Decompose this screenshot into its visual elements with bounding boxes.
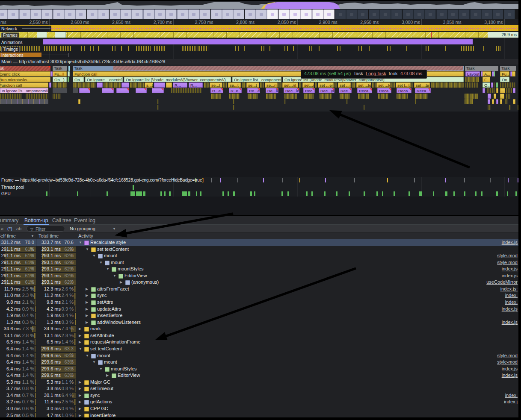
flame-filler[interactable] xyxy=(378,94,388,99)
collapsed-arrow-icon[interactable]: ▶ xyxy=(86,286,90,293)
filmstrip-thumbnail[interactable] xyxy=(233,9,244,20)
flame-segment[interactable]: set ...ent xyxy=(318,82,334,88)
expanded-arrow-icon[interactable]: ▼ xyxy=(79,346,83,352)
timing-mark[interactable] xyxy=(263,46,264,51)
gpu-activity-tick[interactable] xyxy=(475,191,477,196)
expanded-arrow-icon[interactable]: ▼ xyxy=(99,366,104,373)
timing-marks-cluster[interactable] xyxy=(198,46,208,51)
filmstrip-thumbnail[interactable] xyxy=(211,9,222,20)
filter-input[interactable]: ▽Filter xyxy=(27,226,65,232)
frame-event-tick[interactable] xyxy=(220,178,221,182)
collapsed-arrow-icon[interactable]: ▶ xyxy=(79,339,83,346)
gpu-activity-tick[interactable] xyxy=(77,191,78,196)
network-track-label[interactable]: Network xyxy=(1,26,17,31)
flame-filler[interactable] xyxy=(500,94,504,99)
gpu-activity-tick[interactable] xyxy=(250,191,252,196)
filmstrip-thumbnail[interactable] xyxy=(312,9,323,20)
flame-filler[interactable] xyxy=(299,82,302,88)
timing-marks-cluster[interactable] xyxy=(136,46,151,51)
flame-filler[interactable] xyxy=(391,82,395,88)
expanded-arrow-icon[interactable]: ▼ xyxy=(92,359,97,366)
flame-segment[interactable]: On ignore list...components\/) xyxy=(232,77,281,82)
table-row[interactable]: 13.1 ms2.8 %13.1 ms2.8 %▶setAttribute xyxy=(0,332,518,339)
gpu-activity-tick[interactable] xyxy=(164,191,166,196)
activity-name[interactable]: addWindowListeners xyxy=(97,319,141,326)
timing-mark[interactable] xyxy=(287,46,288,51)
flame-filler[interactable] xyxy=(53,94,61,99)
flame-segment[interactable]: se...t xyxy=(210,82,222,88)
filmstrip-thumbnail[interactable] xyxy=(41,9,53,20)
column-divider[interactable] xyxy=(76,233,76,417)
filmstrip-thumbnail[interactable] xyxy=(64,9,75,20)
gpu-activity-tick[interactable] xyxy=(336,191,337,196)
timing-mark[interactable] xyxy=(115,46,115,51)
filmstrip-thumbnail[interactable] xyxy=(436,9,447,20)
timing-mark[interactable] xyxy=(361,46,362,51)
flame-filler[interactable] xyxy=(358,94,369,99)
timing-mark[interactable] xyxy=(358,46,359,51)
flame-filler[interactable] xyxy=(104,82,121,88)
table-row[interactable]: 9.8 ms2.1 %9.8 ms2.1 %▶setAttrsindex. xyxy=(0,299,518,306)
flame-segment[interactable]: Re...e xyxy=(247,88,260,93)
flame-segment[interactable]: set ...tent xyxy=(356,82,371,88)
activity-name[interactable]: EditorView xyxy=(118,372,140,379)
table-row[interactable]: 4.2 ms0.9 %4.2 ms0.9 %▶updateAttrsindex.… xyxy=(0,306,518,313)
flame-segment[interactable]: set ...ent xyxy=(338,82,351,88)
timings-track-label[interactable]: Timings xyxy=(1,47,20,52)
filmstrip-thumbnail[interactable] xyxy=(75,9,86,20)
table-row[interactable]: 11.9 ms2.5 %12.3 ms2.6 %▶attrsFromFaceti… xyxy=(0,286,518,293)
source-link[interactable]: style-mod xyxy=(497,253,518,259)
filmstrip-thumbnail[interactable] xyxy=(8,9,19,20)
collapsed-arrow-icon[interactable]: ▶ xyxy=(86,299,90,306)
flame-segment[interactable]: Reca...tyle xyxy=(397,88,411,93)
filmstrip-thumbnail[interactable] xyxy=(98,9,109,20)
flame-filler[interactable] xyxy=(229,94,240,99)
gpu-activity-tick[interactable] xyxy=(515,191,517,196)
flame-filler[interactable] xyxy=(242,82,246,88)
collapsed-arrow-icon[interactable]: ▶ xyxy=(86,319,90,326)
timing-mark[interactable] xyxy=(406,46,407,51)
flame-filler[interactable] xyxy=(260,82,264,88)
gpu-activity-tick[interactable] xyxy=(306,191,308,196)
source-link[interactable]: index.js xyxy=(502,273,518,279)
frame-event-tick[interactable] xyxy=(414,178,415,182)
filmstrip-thumbnail[interactable] xyxy=(504,9,515,20)
timing-mark[interactable] xyxy=(319,46,320,51)
flame-filler[interactable] xyxy=(121,82,129,88)
timing-marks-cluster[interactable] xyxy=(182,46,197,51)
flame-segment[interactable]: On...) xyxy=(500,77,509,82)
source-link[interactable]: index.js xyxy=(502,366,518,373)
table-row[interactable]: 6.4 ms1.4 %299.6 ms63.3 %▼mountStylesind… xyxy=(0,366,518,373)
flame-filler[interactable] xyxy=(346,99,348,104)
thread-pool-tick[interactable] xyxy=(133,185,134,190)
filmstrip-thumbnail[interactable] xyxy=(470,9,481,20)
flame-filler[interactable] xyxy=(500,99,502,104)
filmstrip-thumbnail[interactable] xyxy=(346,9,357,20)
timing-mark[interactable] xyxy=(284,46,285,51)
frame-event-tick[interactable] xyxy=(263,178,264,182)
timing-mark[interactable] xyxy=(244,46,245,51)
chevron-down-icon[interactable]: ▼ xyxy=(112,225,116,233)
flame-filler[interactable] xyxy=(73,82,96,88)
frame-event-tick[interactable] xyxy=(518,178,518,182)
table-row[interactable]: 6.4 ms1.4 %299.6 ms63.3 %▼mountstyle-mod xyxy=(0,359,518,366)
activity-name[interactable]: setAttribute xyxy=(90,332,114,339)
activity-name[interactable]: setTimeout xyxy=(90,385,113,392)
flame-segment[interactable]: Task xyxy=(73,66,113,71)
collapsed-arrow-icon[interactable]: ▶ xyxy=(79,412,83,417)
match-case-toggle[interactable]: a xyxy=(1,225,3,233)
flame-segment[interactable]: Task xyxy=(53,66,67,71)
timing-mark[interactable] xyxy=(235,46,236,51)
filmstrip-thumbnail[interactable] xyxy=(177,9,188,20)
main-thread-header[interactable]: Main — http://localhost:3000/projects/bd… xyxy=(0,59,518,65)
flame-filler[interactable] xyxy=(304,94,314,99)
source-link[interactable]: index.js xyxy=(502,372,518,379)
filmstrip-thumbnail[interactable] xyxy=(143,9,154,20)
timing-mark[interactable] xyxy=(121,46,122,51)
frame-event-tick[interactable] xyxy=(299,178,300,182)
flame-filler[interactable] xyxy=(211,94,221,99)
flame-filler[interactable] xyxy=(0,94,22,99)
flame-segment[interactable]: On...) xyxy=(53,77,67,82)
gpu-activity-tick[interactable] xyxy=(200,191,201,196)
table-row[interactable]: 6.4 ms1.4 %299.6 ms63.3 %▼mountstyle-mod xyxy=(0,352,518,359)
